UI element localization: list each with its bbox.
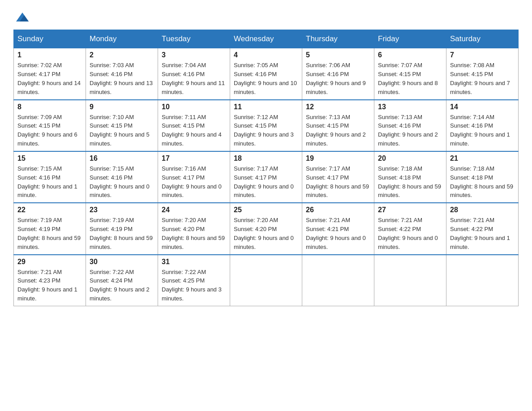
day-number: 3 <box>162 51 226 59</box>
calendar-cell: 14 Sunrise: 7:14 AMSunset: 4:16 PMDaylig… <box>446 100 519 151</box>
day-number: 24 <box>162 206 226 214</box>
column-header-tuesday: Tuesday <box>158 30 230 48</box>
day-number: 16 <box>90 154 154 163</box>
day-number: 11 <box>234 103 298 111</box>
logo <box>13 9 31 25</box>
day-info: Sunrise: 7:17 AMSunset: 4:17 PMDaylight:… <box>306 165 369 199</box>
calendar-cell: 12 Sunrise: 7:13 AMSunset: 4:15 PMDaylig… <box>302 100 374 151</box>
day-info: Sunrise: 7:20 AMSunset: 4:20 PMDaylight:… <box>162 217 225 250</box>
day-number: 15 <box>17 154 82 163</box>
calendar-cell: 20 Sunrise: 7:18 AMSunset: 4:18 PMDaylig… <box>374 151 446 203</box>
calendar-cell: 2 Sunrise: 7:03 AMSunset: 4:16 PMDayligh… <box>86 48 158 100</box>
day-info: Sunrise: 7:21 AMSunset: 4:23 PMDaylight:… <box>17 269 77 302</box>
column-header-sunday: Sunday <box>14 30 86 48</box>
calendar-week-2: 8 Sunrise: 7:09 AMSunset: 4:15 PMDayligh… <box>14 100 519 151</box>
calendar-cell: 7 Sunrise: 7:08 AMSunset: 4:15 PMDayligh… <box>446 48 519 100</box>
calendar-cell: 21 Sunrise: 7:18 AMSunset: 4:18 PMDaylig… <box>446 151 519 203</box>
day-info: Sunrise: 7:22 AMSunset: 4:25 PMDaylight:… <box>162 269 222 302</box>
calendar-header-row: SundayMondayTuesdayWednesdayThursdayFrid… <box>14 30 519 48</box>
calendar-cell: 17 Sunrise: 7:16 AMSunset: 4:17 PMDaylig… <box>158 151 230 203</box>
calendar-cell: 1 Sunrise: 7:02 AMSunset: 4:17 PMDayligh… <box>14 48 86 100</box>
day-info: Sunrise: 7:15 AMSunset: 4:16 PMDaylight:… <box>17 165 77 199</box>
day-number: 2 <box>90 51 154 59</box>
calendar-week-4: 22 Sunrise: 7:19 AMSunset: 4:19 PMDaylig… <box>14 203 519 254</box>
calendar-cell: 5 Sunrise: 7:06 AMSunset: 4:16 PMDayligh… <box>302 48 374 100</box>
calendar-cell: 4 Sunrise: 7:05 AMSunset: 4:16 PMDayligh… <box>230 48 302 100</box>
calendar-cell: 13 Sunrise: 7:13 AMSunset: 4:16 PMDaylig… <box>374 100 446 151</box>
day-number: 1 <box>17 51 82 59</box>
column-header-friday: Friday <box>374 30 446 48</box>
day-info: Sunrise: 7:20 AMSunset: 4:20 PMDaylight:… <box>234 217 294 250</box>
calendar-cell <box>302 255 374 306</box>
day-info: Sunrise: 7:17 AMSunset: 4:17 PMDaylight:… <box>234 165 294 199</box>
calendar-week-3: 15 Sunrise: 7:15 AMSunset: 4:16 PMDaylig… <box>14 151 519 203</box>
day-number: 22 <box>17 206 82 214</box>
day-info: Sunrise: 7:18 AMSunset: 4:18 PMDaylight:… <box>450 165 513 199</box>
day-number: 10 <box>162 103 226 111</box>
calendar-cell: 10 Sunrise: 7:11 AMSunset: 4:15 PMDaylig… <box>158 100 230 151</box>
calendar-cell: 16 Sunrise: 7:15 AMSunset: 4:16 PMDaylig… <box>86 151 158 203</box>
day-info: Sunrise: 7:21 AMSunset: 4:21 PMDaylight:… <box>306 217 366 250</box>
day-number: 31 <box>162 258 226 266</box>
day-info: Sunrise: 7:08 AMSunset: 4:15 PMDaylight:… <box>450 62 510 95</box>
day-number: 30 <box>90 258 154 266</box>
day-number: 5 <box>306 51 370 59</box>
calendar-cell: 22 Sunrise: 7:19 AMSunset: 4:19 PMDaylig… <box>14 203 86 254</box>
calendar-cell: 29 Sunrise: 7:21 AMSunset: 4:23 PMDaylig… <box>14 255 86 306</box>
calendar-cell: 30 Sunrise: 7:22 AMSunset: 4:24 PMDaylig… <box>86 255 158 306</box>
day-number: 20 <box>378 154 442 163</box>
day-info: Sunrise: 7:11 AMSunset: 4:15 PMDaylight:… <box>162 114 222 147</box>
calendar-cell <box>230 255 302 306</box>
calendar-cell: 26 Sunrise: 7:21 AMSunset: 4:21 PMDaylig… <box>302 203 374 254</box>
calendar-cell <box>374 255 446 306</box>
calendar-cell: 18 Sunrise: 7:17 AMSunset: 4:17 PMDaylig… <box>230 151 302 203</box>
calendar-cell: 11 Sunrise: 7:12 AMSunset: 4:15 PMDaylig… <box>230 100 302 151</box>
day-info: Sunrise: 7:02 AMSunset: 4:17 PMDaylight:… <box>17 62 81 95</box>
calendar-cell <box>446 255 519 306</box>
calendar-cell: 9 Sunrise: 7:10 AMSunset: 4:15 PMDayligh… <box>86 100 158 151</box>
day-number: 28 <box>450 206 515 214</box>
day-info: Sunrise: 7:12 AMSunset: 4:15 PMDaylight:… <box>234 114 294 147</box>
day-number: 8 <box>17 103 82 111</box>
day-info: Sunrise: 7:13 AMSunset: 4:15 PMDaylight:… <box>306 114 366 147</box>
calendar-cell: 15 Sunrise: 7:15 AMSunset: 4:16 PMDaylig… <box>14 151 86 203</box>
day-info: Sunrise: 7:04 AMSunset: 4:16 PMDaylight:… <box>162 62 225 95</box>
day-info: Sunrise: 7:07 AMSunset: 4:15 PMDaylight:… <box>378 62 438 95</box>
day-info: Sunrise: 7:14 AMSunset: 4:16 PMDaylight:… <box>450 114 510 147</box>
day-number: 19 <box>306 154 370 163</box>
day-info: Sunrise: 7:03 AMSunset: 4:16 PMDaylight:… <box>90 62 153 95</box>
day-info: Sunrise: 7:06 AMSunset: 4:16 PMDaylight:… <box>306 62 366 95</box>
calendar-cell: 24 Sunrise: 7:20 AMSunset: 4:20 PMDaylig… <box>158 203 230 254</box>
day-number: 29 <box>17 258 82 266</box>
day-info: Sunrise: 7:05 AMSunset: 4:16 PMDaylight:… <box>234 62 297 95</box>
calendar-cell: 3 Sunrise: 7:04 AMSunset: 4:16 PMDayligh… <box>158 48 230 100</box>
calendar-cell: 6 Sunrise: 7:07 AMSunset: 4:15 PMDayligh… <box>374 48 446 100</box>
column-header-wednesday: Wednesday <box>230 30 302 48</box>
day-info: Sunrise: 7:16 AMSunset: 4:17 PMDaylight:… <box>162 165 222 199</box>
calendar-cell: 19 Sunrise: 7:17 AMSunset: 4:17 PMDaylig… <box>302 151 374 203</box>
day-number: 14 <box>450 103 515 111</box>
day-number: 25 <box>234 206 298 214</box>
calendar-week-5: 29 Sunrise: 7:21 AMSunset: 4:23 PMDaylig… <box>14 255 519 306</box>
calendar-cell: 27 Sunrise: 7:21 AMSunset: 4:22 PMDaylig… <box>374 203 446 254</box>
day-number: 12 <box>306 103 370 111</box>
day-info: Sunrise: 7:10 AMSunset: 4:15 PMDaylight:… <box>90 114 150 147</box>
day-info: Sunrise: 7:09 AMSunset: 4:15 PMDaylight:… <box>17 114 77 147</box>
day-number: 6 <box>378 51 442 59</box>
calendar-cell: 23 Sunrise: 7:19 AMSunset: 4:19 PMDaylig… <box>86 203 158 254</box>
day-number: 9 <box>90 103 154 111</box>
day-info: Sunrise: 7:22 AMSunset: 4:24 PMDaylight:… <box>90 269 150 302</box>
logo-icon <box>14 9 30 25</box>
calendar-cell: 8 Sunrise: 7:09 AMSunset: 4:15 PMDayligh… <box>14 100 86 151</box>
day-number: 26 <box>306 206 370 214</box>
day-number: 21 <box>450 154 515 163</box>
day-number: 17 <box>162 154 226 163</box>
day-info: Sunrise: 7:19 AMSunset: 4:19 PMDaylight:… <box>90 217 153 250</box>
calendar-cell: 28 Sunrise: 7:21 AMSunset: 4:22 PMDaylig… <box>446 203 519 254</box>
page-header <box>13 9 519 25</box>
day-number: 27 <box>378 206 442 214</box>
day-info: Sunrise: 7:21 AMSunset: 4:22 PMDaylight:… <box>450 217 510 250</box>
calendar-week-1: 1 Sunrise: 7:02 AMSunset: 4:17 PMDayligh… <box>14 48 519 100</box>
day-info: Sunrise: 7:19 AMSunset: 4:19 PMDaylight:… <box>17 217 81 250</box>
column-header-thursday: Thursday <box>302 30 374 48</box>
